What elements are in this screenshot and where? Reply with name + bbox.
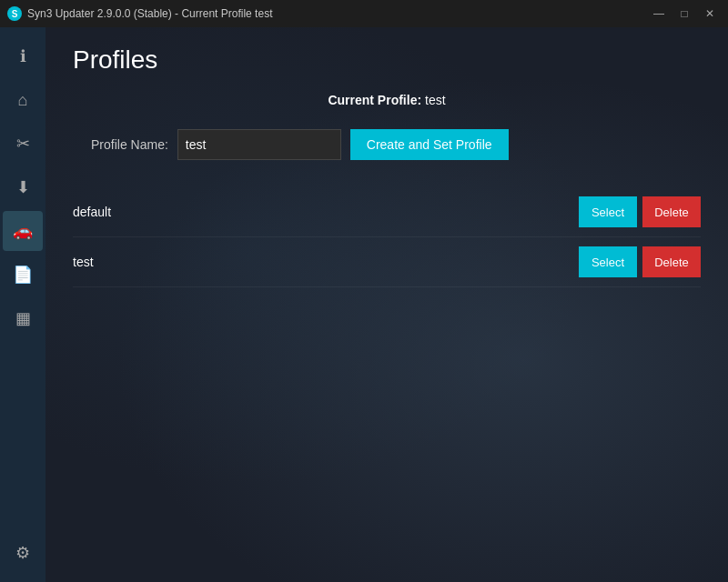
create-set-profile-button[interactable]: Create and Set Profile	[350, 129, 509, 160]
download-icon: ⬇	[16, 177, 30, 197]
settings-icon: ⚙	[15, 543, 30, 563]
main-content: Profiles Current Profile: test Profile N…	[46, 27, 728, 582]
sidebar-item-home[interactable]: ⌂	[3, 80, 43, 120]
titlebar-left: S Syn3 Updater 2.9.0.0 (Stable) - Curren…	[7, 6, 272, 21]
car-icon: 🚗	[13, 221, 33, 241]
sidebar-item-car[interactable]: 🚗	[3, 211, 43, 251]
titlebar-controls: — □ ✕	[648, 5, 721, 23]
info-icon: ℹ	[20, 46, 26, 66]
current-profile-label: Current Profile:	[328, 93, 421, 107]
profile-row: default Select Delete	[73, 187, 701, 237]
create-row: Profile Name: Create and Set Profile	[73, 129, 701, 160]
maximize-button[interactable]: □	[673, 5, 695, 23]
profile-row-actions-test: Select Delete	[579, 246, 701, 277]
profile-row: test Select Delete	[73, 237, 701, 287]
sidebar-item-settings[interactable]: ⚙	[3, 533, 43, 573]
page-title: Profiles	[73, 45, 701, 75]
profile-row-actions: Select Delete	[579, 196, 701, 227]
content-area: Profiles Current Profile: test Profile N…	[46, 27, 728, 306]
profile-name-test: test	[73, 255, 94, 269]
select-button-default[interactable]: Select	[579, 196, 637, 227]
document-icon: 📄	[13, 265, 33, 285]
app-icon: S	[7, 6, 22, 21]
current-profile-bar: Current Profile: test	[73, 93, 701, 107]
sidebar: ℹ ⌂ ✂ ⬇ 🚗 📄 ▦ ⚙	[0, 27, 46, 582]
profile-name-default: default	[73, 205, 111, 219]
sidebar-item-grid[interactable]: ▦	[3, 298, 43, 338]
profile-name-label: Profile Name:	[91, 137, 168, 152]
profile-name-input[interactable]	[177, 129, 341, 160]
delete-button-default[interactable]: Delete	[642, 196, 701, 227]
home-icon: ⌂	[18, 91, 28, 110]
sidebar-item-info[interactable]: ℹ	[3, 36, 43, 76]
profile-list: default Select Delete test Select Delete	[73, 187, 701, 287]
grid-icon: ▦	[15, 308, 31, 328]
minimize-button[interactable]: —	[648, 5, 670, 23]
close-button[interactable]: ✕	[699, 5, 721, 23]
sidebar-item-download[interactable]: ⬇	[3, 167, 43, 207]
titlebar: S Syn3 Updater 2.9.0.0 (Stable) - Curren…	[0, 0, 728, 27]
sidebar-item-document[interactable]: 📄	[3, 255, 43, 295]
titlebar-title: Syn3 Updater 2.9.0.0 (Stable) - Current …	[27, 7, 272, 20]
sidebar-item-tools[interactable]: ✂	[3, 124, 43, 164]
select-button-test[interactable]: Select	[579, 246, 637, 277]
tools-icon: ✂	[16, 134, 30, 154]
delete-button-test[interactable]: Delete	[642, 246, 701, 277]
current-profile-name: test	[425, 93, 446, 107]
